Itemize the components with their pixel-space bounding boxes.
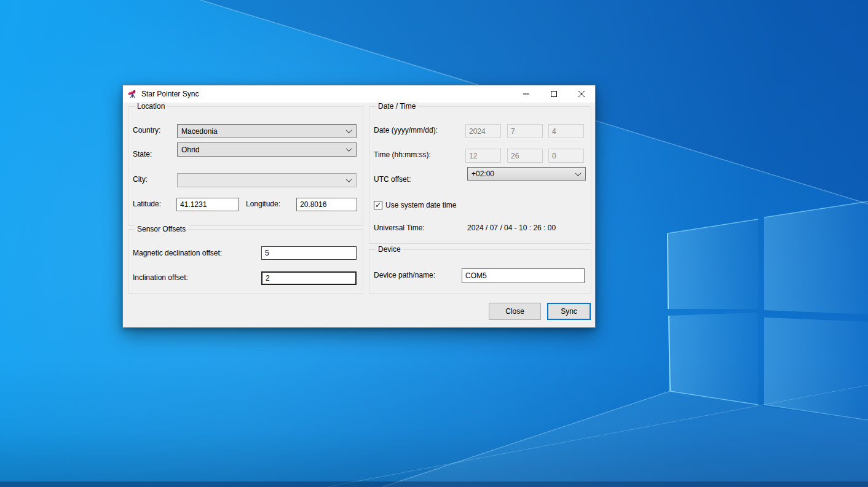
magnetic-declination-input[interactable] (261, 246, 357, 260)
longitude-input[interactable] (296, 198, 357, 211)
latitude-label: Latitude: (133, 198, 161, 209)
device-legend: Device (376, 245, 403, 254)
date-month-input (507, 124, 543, 138)
date-time-legend: Date / Time (376, 102, 418, 111)
star-pointer-sync-window: Star Pointer Sync Location Country: Mace… (122, 85, 596, 328)
checkmark-icon: ✓ (375, 201, 381, 209)
titlebar[interactable]: Star Pointer Sync (123, 85, 595, 103)
chevron-down-icon (346, 127, 352, 133)
device-path-input[interactable] (462, 268, 585, 283)
location-legend: Location (135, 102, 167, 111)
minimize-button[interactable] (512, 85, 540, 103)
latitude-input[interactable] (176, 198, 239, 211)
city-dropdown[interactable] (177, 173, 357, 187)
close-window-button[interactable] (567, 85, 595, 103)
longitude-label: Longitude: (246, 198, 280, 209)
inclination-offset-input[interactable] (261, 271, 357, 285)
sync-button[interactable]: Sync (547, 303, 591, 320)
maximize-button[interactable] (540, 85, 567, 103)
time-minute-input (507, 149, 543, 163)
use-system-datetime-label: Use system date time (385, 200, 456, 211)
inclination-offset-label: Inclination offset: (133, 272, 188, 283)
universal-time-label: Universal Time: (374, 222, 425, 233)
chevron-down-icon (346, 176, 352, 182)
telescope-icon (128, 89, 138, 99)
country-dropdown[interactable]: Macedonia (177, 124, 357, 138)
chevron-down-icon (575, 170, 582, 176)
sync-button-label: Sync (561, 307, 577, 316)
desktop-wallpaper: Star Pointer Sync Location Country: Mace… (0, 0, 868, 487)
time-label: Time (hh:mm:ss): (374, 149, 431, 160)
state-label: State: (133, 149, 152, 160)
close-button-label: Close (505, 307, 524, 316)
chevron-down-icon (346, 146, 352, 152)
country-value: Macedonia (181, 127, 218, 136)
date-day-input (548, 124, 584, 138)
date-year-input (465, 124, 501, 138)
date-label: Date (yyyy/mm/dd): (374, 125, 438, 136)
city-label: City: (133, 174, 148, 185)
wallpaper-bottom-edge (0, 481, 868, 487)
time-second-input (548, 149, 584, 163)
sensor-offsets-legend: Sensor Offsets (135, 225, 188, 234)
utc-offset-label: UTC offset: (374, 174, 411, 185)
device-path-label: Device path/name: (374, 270, 435, 281)
window-title: Star Pointer Sync (141, 90, 512, 98)
time-hour-input (465, 149, 501, 163)
state-value: Ohrid (181, 146, 199, 154)
universal-time-value: 2024 / 07 / 04 - 10 : 26 : 00 (467, 222, 556, 233)
state-dropdown[interactable]: Ohrid (177, 142, 357, 157)
country-label: Country: (133, 125, 160, 136)
utc-offset-value: +02:00 (471, 169, 494, 178)
utc-offset-dropdown[interactable]: +02:00 (467, 167, 586, 181)
magnetic-declination-label: Magnetic declination offset: (133, 247, 222, 259)
close-button[interactable]: Close (489, 303, 541, 320)
use-system-datetime-checkbox[interactable]: ✓ (374, 201, 382, 209)
